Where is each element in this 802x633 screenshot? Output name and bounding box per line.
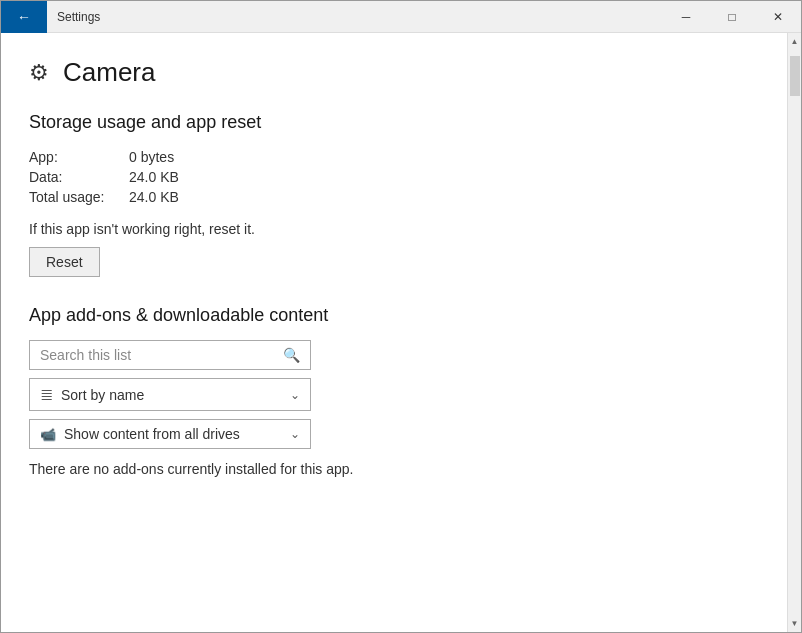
page-header: ⚙ Camera bbox=[29, 57, 759, 88]
total-value: 24.0 KB bbox=[129, 189, 179, 205]
back-button[interactable]: ← bbox=[1, 1, 47, 33]
app-value: 0 bytes bbox=[129, 149, 174, 165]
content-area: ⚙ Camera Storage usage and app reset App… bbox=[1, 33, 801, 632]
sort-icon: ≣ bbox=[40, 385, 53, 404]
settings-window: ← Settings ─ □ ✕ ⚙ Camera Storage usage … bbox=[0, 0, 802, 633]
gear-icon: ⚙ bbox=[29, 60, 49, 86]
main-content: ⚙ Camera Storage usage and app reset App… bbox=[1, 33, 787, 632]
reset-button[interactable]: Reset bbox=[29, 247, 100, 277]
drive-label: Show content from all drives bbox=[64, 426, 290, 442]
drive-chevron-icon: ⌄ bbox=[290, 427, 300, 441]
app-label: App: bbox=[29, 149, 129, 165]
data-label: Data: bbox=[29, 169, 129, 185]
storage-section-title: Storage usage and app reset bbox=[29, 112, 759, 133]
scroll-down-button[interactable]: ▼ bbox=[788, 615, 802, 632]
sort-label: Sort by name bbox=[61, 387, 290, 403]
sort-dropdown[interactable]: ≣ Sort by name ⌄ bbox=[29, 378, 311, 411]
search-box: 🔍 bbox=[29, 340, 311, 370]
maximize-button[interactable]: □ bbox=[709, 1, 755, 33]
total-label: Total usage: bbox=[29, 189, 129, 205]
scrollbar: ▲ ▼ bbox=[787, 33, 801, 632]
search-icon: 🔍 bbox=[283, 347, 300, 363]
drive-dropdown[interactable]: 📹 Show content from all drives ⌄ bbox=[29, 419, 311, 449]
total-row: Total usage: 24.0 KB bbox=[29, 189, 759, 205]
search-input[interactable] bbox=[40, 347, 283, 363]
title-bar: ← Settings ─ □ ✕ bbox=[1, 1, 801, 33]
data-row: Data: 24.0 KB bbox=[29, 169, 759, 185]
scroll-up-button[interactable]: ▲ bbox=[788, 33, 802, 50]
minimize-button[interactable]: ─ bbox=[663, 1, 709, 33]
window-controls: ─ □ ✕ bbox=[663, 1, 801, 33]
scrollbar-thumb[interactable] bbox=[790, 56, 800, 96]
drive-icon: 📹 bbox=[40, 427, 56, 442]
page-title: Camera bbox=[63, 57, 155, 88]
reset-note: If this app isn't working right, reset i… bbox=[29, 221, 759, 237]
app-row: App: 0 bytes bbox=[29, 149, 759, 165]
addons-section-title: App add-ons & downloadable content bbox=[29, 305, 759, 326]
sort-chevron-icon: ⌄ bbox=[290, 388, 300, 402]
close-button[interactable]: ✕ bbox=[755, 1, 801, 33]
back-icon: ← bbox=[17, 9, 31, 25]
storage-info-table: App: 0 bytes Data: 24.0 KB Total usage: … bbox=[29, 149, 759, 205]
no-addons-text: There are no add-ons currently installed… bbox=[29, 461, 759, 477]
title-bar-text: Settings bbox=[47, 10, 663, 24]
scrollbar-track bbox=[788, 50, 801, 615]
data-value: 24.0 KB bbox=[129, 169, 179, 185]
